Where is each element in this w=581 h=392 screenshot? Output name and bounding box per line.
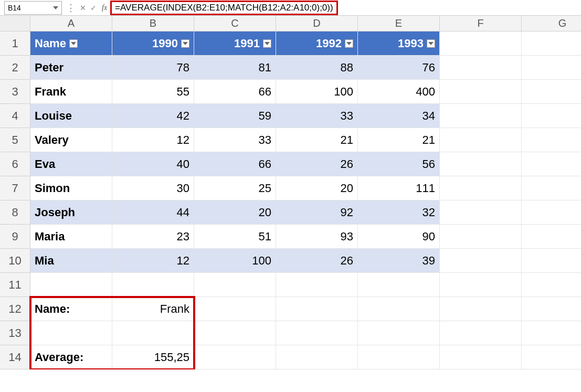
cell-C4[interactable]: 59 (194, 104, 276, 128)
cell-C1[interactable]: 1991 (194, 31, 276, 56)
name-box[interactable]: B14 (4, 1, 62, 15)
cell-D4[interactable]: 33 (276, 104, 358, 128)
cell-A2[interactable]: Peter (30, 56, 112, 80)
formula-input[interactable]: =AVERAGE(INDEX(B2:E10;MATCH(B12;A2:A10;0… (110, 1, 338, 15)
cell-D5[interactable]: 21 (276, 128, 358, 152)
cell-A4[interactable]: Louise (30, 104, 112, 128)
cell-A12[interactable]: Name: (30, 297, 112, 321)
cell-B5[interactable]: 12 (112, 128, 194, 152)
cell-E5[interactable]: 21 (358, 128, 440, 152)
row-header-3[interactable]: 3 (0, 80, 30, 104)
filter-dropdown-icon[interactable] (69, 39, 78, 48)
cell-F7[interactable] (440, 176, 522, 200)
cell-A9[interactable]: Maria (30, 225, 112, 249)
column-header-E[interactable]: E (358, 16, 440, 31)
cell-F6[interactable] (440, 152, 522, 176)
cell-C8[interactable]: 20 (194, 200, 276, 225)
cell-E14[interactable] (358, 345, 440, 369)
cell-A1[interactable]: Name (30, 31, 112, 56)
cell-C2[interactable]: 81 (194, 56, 276, 80)
cell-F9[interactable] (440, 225, 522, 249)
cell-E2[interactable]: 76 (358, 56, 440, 80)
cell-D9[interactable]: 93 (276, 225, 358, 249)
cell-F1[interactable] (440, 31, 522, 56)
cell-F14[interactable] (440, 345, 522, 369)
cell-F10[interactable] (440, 249, 522, 273)
cell-G14[interactable] (522, 345, 581, 369)
cell-A7[interactable]: Simon (30, 176, 112, 200)
cell-B1[interactable]: 1990 (112, 31, 194, 56)
cell-B4[interactable]: 42 (112, 104, 194, 128)
cell-A5[interactable]: Valery (30, 128, 112, 152)
cell-D3[interactable]: 100 (276, 80, 358, 104)
select-all-corner[interactable] (0, 16, 30, 31)
row-header-12[interactable]: 12 (0, 297, 30, 321)
cell-E6[interactable]: 56 (358, 152, 440, 176)
filter-dropdown-icon[interactable] (181, 39, 189, 48)
cell-F4[interactable] (440, 104, 522, 128)
cell-C12[interactable] (194, 297, 276, 321)
cell-A11[interactable] (30, 273, 112, 297)
row-header-5[interactable]: 5 (0, 128, 30, 152)
cell-C13[interactable] (194, 321, 276, 345)
cell-G9[interactable] (522, 225, 581, 249)
cell-B9[interactable]: 23 (112, 225, 194, 249)
spreadsheet-grid[interactable]: ABCDEFG1Name19901991199219932Peter788188… (0, 16, 581, 369)
cell-B6[interactable]: 40 (112, 152, 194, 176)
cell-F11[interactable] (440, 273, 522, 297)
cell-G8[interactable] (522, 200, 581, 225)
cell-F8[interactable] (440, 200, 522, 225)
cell-F2[interactable] (440, 56, 522, 80)
column-header-G[interactable]: G (522, 16, 581, 31)
cell-D7[interactable]: 20 (276, 176, 358, 200)
cell-E11[interactable] (358, 273, 440, 297)
cell-A14[interactable]: Average: (30, 345, 112, 369)
cell-G6[interactable] (522, 152, 581, 176)
cell-E13[interactable] (358, 321, 440, 345)
cell-C10[interactable]: 100 (194, 249, 276, 273)
row-header-13[interactable]: 13 (0, 321, 30, 345)
row-header-14[interactable]: 14 (0, 345, 30, 369)
cell-F5[interactable] (440, 128, 522, 152)
cell-D1[interactable]: 1992 (276, 31, 358, 56)
row-header-10[interactable]: 10 (0, 249, 30, 273)
column-header-B[interactable]: B (112, 16, 194, 31)
column-header-F[interactable]: F (440, 16, 522, 31)
row-header-11[interactable]: 11 (0, 273, 30, 297)
row-header-1[interactable]: 1 (0, 31, 30, 56)
column-header-C[interactable]: C (194, 16, 276, 31)
column-header-A[interactable]: A (30, 16, 112, 31)
cell-G7[interactable] (522, 176, 581, 200)
cell-E4[interactable]: 34 (358, 104, 440, 128)
cell-E7[interactable]: 111 (358, 176, 440, 200)
row-header-7[interactable]: 7 (0, 176, 30, 200)
row-header-4[interactable]: 4 (0, 104, 30, 128)
cell-B8[interactable]: 44 (112, 200, 194, 225)
cell-C5[interactable]: 33 (194, 128, 276, 152)
row-header-2[interactable]: 2 (0, 56, 30, 80)
cell-C9[interactable]: 51 (194, 225, 276, 249)
cancel-formula-button[interactable]: ✕ (78, 4, 88, 12)
cell-D14[interactable] (276, 345, 358, 369)
cell-A6[interactable]: Eva (30, 152, 112, 176)
cell-B11[interactable] (112, 273, 194, 297)
cell-B10[interactable]: 12 (112, 249, 194, 273)
cell-G10[interactable] (522, 249, 581, 273)
cell-D6[interactable]: 26 (276, 152, 358, 176)
cell-F12[interactable] (440, 297, 522, 321)
chevron-down-icon[interactable] (53, 5, 58, 10)
cell-D13[interactable] (276, 321, 358, 345)
cell-G2[interactable] (522, 56, 581, 80)
cell-D8[interactable]: 92 (276, 200, 358, 225)
cell-D2[interactable]: 88 (276, 56, 358, 80)
cell-D10[interactable]: 26 (276, 249, 358, 273)
cell-G3[interactable] (522, 80, 581, 104)
cell-C7[interactable]: 25 (194, 176, 276, 200)
cell-A3[interactable]: Frank (30, 80, 112, 104)
cell-A8[interactable]: Joseph (30, 200, 112, 225)
confirm-formula-button[interactable]: ✓ (88, 4, 99, 12)
cell-C6[interactable]: 66 (194, 152, 276, 176)
cell-E8[interactable]: 32 (358, 200, 440, 225)
cell-G5[interactable] (522, 128, 581, 152)
cell-G13[interactable] (522, 321, 581, 345)
